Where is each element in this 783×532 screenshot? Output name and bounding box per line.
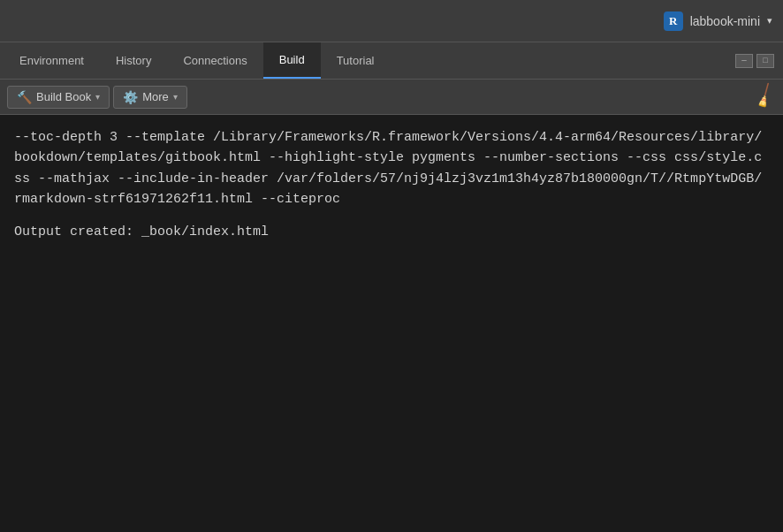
build-book-dropdown-arrow: ▾ [95,92,100,102]
gear-icon: ⚙️ [123,90,138,104]
more-dropdown-arrow: ▾ [173,92,178,102]
output-created-line: Output created: _book/index.html [14,222,769,242]
tab-tutorial[interactable]: Tutorial [321,42,391,79]
hammer-icon: 🔨 [17,90,32,104]
console-output: --toc-depth 3 --template /Library/Framew… [0,115,783,532]
title-bar: R labbook-mini ▾ [0,0,783,42]
tab-bar: Environment History Connections Build Tu… [0,42,783,80]
title-bar-content: R labbook-mini ▾ [664,11,772,31]
clear-console-button[interactable]: 🧹 [749,81,779,111]
tab-build[interactable]: Build [263,42,321,79]
build-book-button[interactable]: 🔨 Build Book ▾ [7,86,110,109]
maximize-button[interactable]: □ [756,54,774,68]
title-dropdown-arrow[interactable]: ▾ [767,15,772,27]
tab-environment[interactable]: Environment [4,42,100,79]
minimize-icon: — [741,57,746,65]
toolbar: 🔨 Build Book ▾ ⚙️ More ▾ 🧹 [0,80,783,115]
toolbar-right: 🧹 [754,86,776,108]
minimize-button[interactable]: — [735,54,753,68]
more-button[interactable]: ⚙️ More ▾ [113,86,187,109]
tab-connections[interactable]: Connections [167,42,262,79]
tab-bar-controls: — □ [735,42,779,79]
console-text: --toc-depth 3 --template /Library/Framew… [14,127,769,209]
project-title: labbook-mini [690,14,760,28]
tab-history[interactable]: History [100,42,167,79]
maximize-icon: □ [763,57,767,65]
build-book-label: Build Book [36,90,91,103]
more-label: More [142,90,169,103]
r-logo: R [664,11,683,31]
